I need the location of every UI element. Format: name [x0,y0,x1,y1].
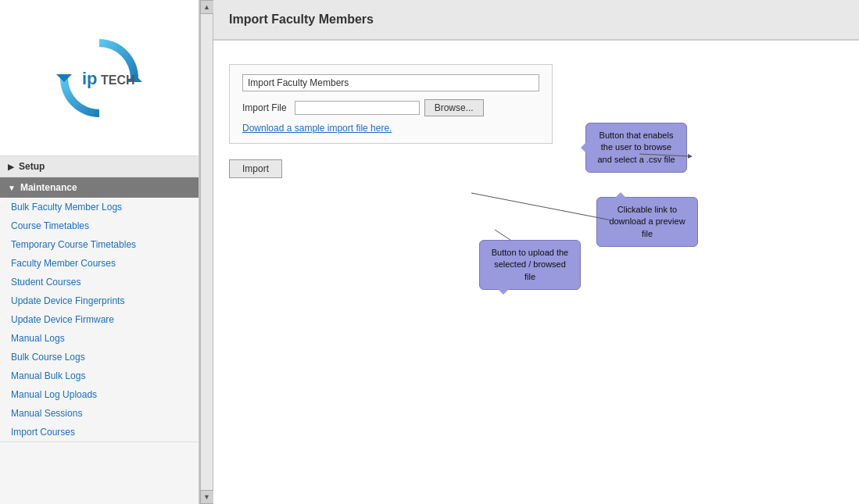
svg-line-5 [495,230,510,240]
tooltip-import: Button to upload the selected / browsed … [479,240,581,290]
setup-header[interactable]: ▶ Setup [0,156,199,177]
nav-item-manual-bulk-logs[interactable]: Manual Bulk Logs [0,366,199,385]
nav-item-import-courses[interactable]: Import Courses [0,423,199,441]
nav-item-student-courses[interactable]: Student Courses [0,273,199,291]
browse-button[interactable]: Browse... [424,99,484,116]
import-form: Import File Browse... Download a sample … [229,64,553,144]
file-input[interactable] [295,101,420,115]
sidebar-scrollbar[interactable]: ▲ ▼ [199,0,213,504]
svg-line-4 [471,193,612,220]
page-body: Import File Browse... Download a sample … [213,41,859,504]
tooltip-download: Clickable link to download a preview fil… [596,197,698,247]
scroll-track [200,14,213,490]
maintenance-label: Maintenance [20,182,77,193]
maintenance-arrow-icon: ▼ [8,184,16,192]
nav-item-manual-sessions[interactable]: Manual Sessions [0,404,199,423]
scroll-down-button[interactable]: ▼ [200,490,214,504]
nav-item-update-firmware[interactable]: Update Device Firmware [0,310,199,329]
nav-item-temp-timetables[interactable]: Temporary Course Timetables [0,235,199,254]
form-title-row [242,74,539,91]
nav-item-update-fingerprints[interactable]: Update Device Fingerprints [0,291,199,310]
form-title-input[interactable] [242,74,539,91]
setup-section: ▶ Setup [0,156,199,177]
logo: ip TECH [52,31,146,125]
import-button[interactable]: Import [229,159,282,178]
nav-item-course-timetables[interactable]: Course Timetables [0,216,199,235]
nav-item-manual-logs[interactable]: Manual Logs [0,329,199,348]
maintenance-nav-items: Bulk Faculty Member Logs Course Timetabl… [0,198,199,441]
nav-item-bulk-course-logs[interactable]: Bulk Course Logs [0,348,199,366]
main-content: Import Faculty Members Import File Brows… [213,0,859,504]
maintenance-header[interactable]: ▼ Maintenance [0,177,199,198]
svg-text:ip: ip [82,69,98,88]
setup-arrow-icon: ▶ [8,163,14,171]
download-sample-link[interactable]: Download a sample import file here. [242,123,392,134]
setup-label: Setup [19,161,45,172]
nav-item-manual-log-uploads[interactable]: Manual Log Uploads [0,385,199,404]
import-file-label: Import File [242,102,287,113]
form-file-row: Import File Browse... [242,99,539,116]
nav-item-faculty-courses[interactable]: Faculty Member Courses [0,254,199,273]
sidebar-nav: ▶ Setup ▼ Maintenance Bulk Faculty Membe… [0,156,199,504]
tooltip-browse: Button that enabels the user to browse a… [585,123,687,173]
nav-item-bulk-faculty[interactable]: Bulk Faculty Member Logs [0,198,199,216]
scroll-up-button[interactable]: ▲ [200,0,214,14]
page-title: Import Faculty Members [213,0,859,41]
maintenance-section: ▼ Maintenance Bulk Faculty Member Logs C… [0,177,199,442]
svg-text:TECH: TECH [101,73,135,87]
logo-area: ip TECH [0,0,199,156]
sidebar: ip TECH ▶ Setup ▼ Maintenance Bulk Facul… [0,0,199,504]
